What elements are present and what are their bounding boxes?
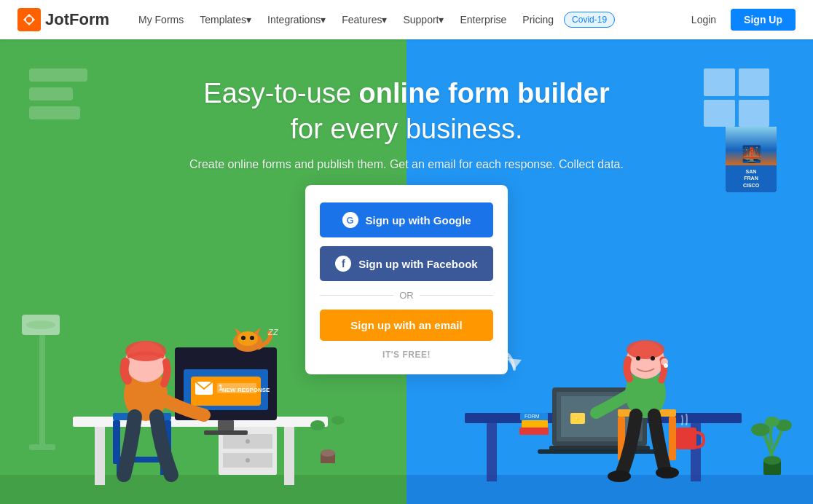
sf-poster: 🌉 SANFRANCISCO: [726, 127, 777, 192]
svg-point-43: [331, 416, 345, 425]
svg-point-29: [250, 336, 254, 340]
green-bar-3: [29, 106, 80, 119]
svg-point-66: [627, 340, 664, 359]
svg-rect-22: [218, 420, 234, 430]
svg-point-77: [765, 417, 779, 427]
svg-point-1: [26, 17, 32, 23]
svg-point-71: [608, 470, 631, 482]
signup-card: G Sign up with Google f Sign up with Fac…: [305, 185, 508, 374]
svg-rect-56: [519, 428, 549, 435]
email-signup-label: Sign up with an email: [350, 319, 462, 331]
or-divider: OR: [320, 290, 493, 301]
nav-support[interactable]: Support▾: [397, 9, 449, 30]
svg-rect-4: [95, 427, 105, 485]
svg-point-70: [651, 356, 655, 361]
nav-pricing[interactable]: Pricing: [517, 9, 559, 30]
svg-point-41: [321, 449, 335, 457]
svg-point-69: [636, 356, 640, 361]
svg-rect-23: [204, 430, 248, 435]
or-label: OR: [399, 290, 414, 301]
nav-features[interactable]: Features▾: [336, 9, 393, 30]
navbar: JotForm My Forms Templates▾ Integrations…: [0, 0, 813, 39]
svg-rect-57: [522, 420, 548, 428]
nav-links: My Forms Templates▾ Integrations▾ Featur…: [133, 9, 686, 30]
svg-rect-2: [0, 475, 406, 504]
svg-rect-46: [487, 423, 497, 481]
win-pane-3: [704, 100, 735, 127]
svg-text:⭐: ⭐: [573, 416, 580, 423]
svg-point-39: [125, 341, 166, 361]
svg-rect-60: [676, 428, 696, 449]
nav-enterprise[interactable]: Enterprise: [455, 9, 513, 30]
facebook-icon: f: [335, 256, 351, 272]
svg-point-25: [237, 331, 258, 346]
svg-text:1: 1: [219, 383, 223, 392]
google-signup-label: Sign up with Google: [366, 214, 471, 227]
sf-poster-text: SANFRANCISCO: [726, 165, 777, 192]
sf-poster-image: 🌉: [726, 127, 777, 165]
logo-text: JotForm: [45, 10, 109, 29]
svg-point-68: [664, 363, 668, 368]
nav-my-forms[interactable]: My Forms: [133, 9, 189, 30]
svg-point-28: [241, 336, 246, 340]
svg-point-10: [246, 458, 250, 462]
facebook-signup-label: Sign up with Facebook: [358, 258, 477, 270]
svg-text:FORM: FORM: [525, 414, 540, 419]
svg-marker-48: [507, 358, 522, 369]
svg-point-42: [310, 420, 325, 430]
nav-right: Login Sign Up: [686, 9, 796, 31]
win-pane-1: [704, 68, 735, 96]
green-bar-2: [29, 87, 73, 101]
email-signup-button[interactable]: Sign up with an email: [320, 310, 493, 341]
logo[interactable]: JotForm: [17, 8, 109, 31]
free-label: IT'S FREE!: [320, 350, 493, 360]
svg-rect-63: [669, 417, 676, 460]
svg-rect-5: [284, 427, 294, 485]
nav-templates[interactable]: Templates▾: [194, 9, 257, 30]
windows-icon: [704, 68, 769, 127]
svg-point-9: [246, 439, 250, 444]
green-bar-1: [29, 68, 87, 82]
win-pane-4: [739, 100, 770, 127]
google-icon: G: [342, 212, 358, 228]
facebook-signup-button[interactable]: f Sign up with Facebook: [320, 246, 493, 281]
nav-integrations[interactable]: Integrations▾: [262, 9, 331, 30]
login-button[interactable]: Login: [686, 9, 722, 30]
signup-button[interactable]: Sign Up: [731, 9, 796, 31]
svg-point-72: [656, 467, 679, 479]
svg-point-74: [763, 456, 781, 465]
win-pane-2: [739, 68, 770, 96]
svg-rect-11: [39, 329, 45, 446]
google-signup-button[interactable]: G Sign up with Google: [320, 202, 493, 237]
jotform-logo-icon: [17, 8, 41, 31]
svg-text:zz: zz: [267, 326, 279, 337]
svg-rect-55: [538, 449, 661, 454]
svg-text:NEW RESPONSE: NEW RESPONSE: [222, 387, 270, 393]
svg-rect-12: [29, 444, 55, 450]
svg-point-14: [26, 320, 55, 329]
green-bars: [29, 68, 87, 119]
covid-badge[interactable]: Covid-19: [564, 12, 615, 28]
